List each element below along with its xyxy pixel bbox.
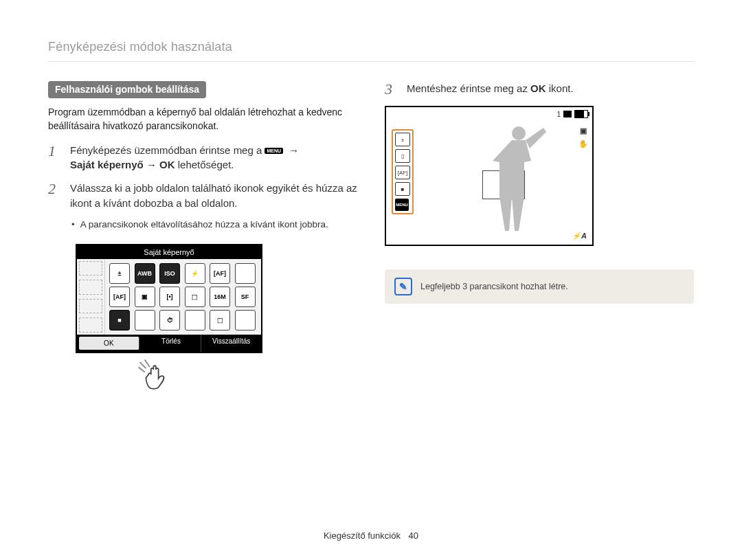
grid-icon: 16M bbox=[210, 287, 230, 307]
step-3-text-b: ikont. bbox=[549, 82, 574, 94]
section-subhead: Felhasználói gombok beállítása bbox=[48, 81, 206, 98]
shortcut-bar: ± ▯ [AF] ■ MENU bbox=[392, 129, 414, 214]
grid-icon: ⬚ bbox=[210, 310, 230, 331]
grid-icon: ■ bbox=[109, 310, 130, 331]
left-column: Felhasználói gombok beállítása Program ü… bbox=[48, 81, 357, 353]
step-1-text-b: lehetőséget. bbox=[178, 159, 234, 170]
grid-icon bbox=[185, 310, 205, 331]
chapter-title: Fényképezési módok használata bbox=[48, 40, 694, 62]
step-1-text-a: Fényképezés üzemmódban érintse meg a bbox=[70, 144, 265, 156]
drag-hand-icon bbox=[136, 356, 176, 399]
note-box: ✎ Legfeljebb 3 parancsikont hozhat létre… bbox=[385, 269, 694, 304]
right-column: 3 Mentéshez érintse meg az OK ikont. 1 ±… bbox=[385, 81, 694, 353]
page-footer: Kiegészítő funkciók 40 bbox=[0, 530, 742, 541]
grid-icon: AWB bbox=[135, 263, 155, 284]
shortcut-grid: ± AWB ISO ⚡ [AF] [AF] ▣ [•] ⬚ 16M SF ■ bbox=[105, 259, 261, 335]
side-icon: ▯ bbox=[395, 149, 410, 163]
menu-icon: MENU bbox=[265, 148, 283, 154]
grid-icon bbox=[235, 310, 256, 331]
step-1: 1 Fényképezés üzemmódban érintse meg a M… bbox=[48, 143, 357, 173]
info-icon: ✎ bbox=[394, 278, 412, 295]
shortcut-slot bbox=[79, 261, 102, 276]
step-number: 3 bbox=[385, 81, 397, 98]
side-menu-icon: MENU bbox=[395, 199, 409, 211]
shortcut-dropzone bbox=[77, 259, 105, 335]
flash-mode: ⚡A bbox=[572, 232, 587, 240]
grid-icon bbox=[135, 310, 155, 331]
my-screen-screenshot: Saját képernyő ± AWB ISO ⚡ [AF] bbox=[76, 244, 262, 353]
grid-icon: [AF] bbox=[109, 287, 130, 307]
status-icons: ▣ ✋ bbox=[578, 126, 588, 148]
footer-section: Kiegészítő funkciók bbox=[324, 530, 401, 541]
status-icon: ▣ bbox=[580, 126, 587, 135]
grid-icon: [•] bbox=[159, 287, 180, 307]
battery-icon bbox=[574, 110, 588, 118]
grid-icon: [AF] bbox=[210, 263, 230, 284]
shortcut-slot bbox=[79, 280, 102, 295]
person-silhouette-icon bbox=[486, 121, 548, 240]
grid-icon: SF bbox=[235, 287, 256, 307]
shot-reset-button: Visszaállítás bbox=[201, 335, 261, 352]
step-number: 2 bbox=[48, 181, 60, 211]
page-number: 40 bbox=[409, 530, 418, 541]
step-2-bullet: • A parancsikonok eltávolításához húzza … bbox=[48, 219, 357, 230]
step-2: 2 Válassza ki a jobb oldalon található i… bbox=[48, 181, 357, 211]
step-2-text: Válassza ki a jobb oldalon található iko… bbox=[70, 181, 357, 211]
side-icon: ■ bbox=[395, 182, 410, 196]
memory-icon bbox=[563, 111, 572, 117]
grid-icon: ± bbox=[109, 263, 130, 284]
note-text: Legfeljebb 3 parancsikont hozhat létre. bbox=[420, 282, 568, 291]
step-3-strong: OK bbox=[530, 82, 546, 94]
step-3: 3 Mentéshez érintse meg az OK ikont. bbox=[385, 81, 694, 98]
intro-text: Program üzemmódban a képernyő bal oldalá… bbox=[48, 105, 357, 133]
shot-ok-button: OK bbox=[79, 337, 139, 350]
arrow-icon: → bbox=[289, 143, 299, 158]
step-1-strong: Saját képernyő → OK bbox=[70, 159, 175, 170]
grid-icon: ISO bbox=[159, 263, 180, 284]
grid-icon: ⏱ bbox=[159, 310, 180, 331]
status-icon: ✋ bbox=[578, 139, 588, 148]
shot-delete-button: Törlés bbox=[142, 335, 202, 352]
grid-icon: ▣ bbox=[135, 287, 155, 307]
step-2-bullet-text: A parancsikonok eltávolításához húzza a … bbox=[80, 219, 328, 230]
camera-preview-screenshot: 1 ± ▯ [AF] ■ MENU ▣ ✋ bbox=[385, 106, 594, 246]
side-icon: [AF] bbox=[395, 166, 410, 179]
svg-point-0 bbox=[512, 126, 526, 140]
step-number: 1 bbox=[48, 143, 60, 173]
shot-counter: 1 bbox=[556, 111, 561, 118]
shortcut-slot bbox=[79, 317, 102, 333]
grid-icon: ⬚ bbox=[185, 287, 205, 307]
shot-title: Saját képernyő bbox=[77, 245, 261, 259]
side-icon: ± bbox=[395, 133, 410, 146]
shortcut-slot bbox=[79, 299, 102, 314]
grid-icon bbox=[235, 263, 256, 284]
bullet-icon: • bbox=[71, 219, 75, 230]
grid-icon: ⚡ bbox=[185, 263, 205, 284]
step-3-text-a: Mentéshez érintse meg az bbox=[407, 82, 530, 94]
